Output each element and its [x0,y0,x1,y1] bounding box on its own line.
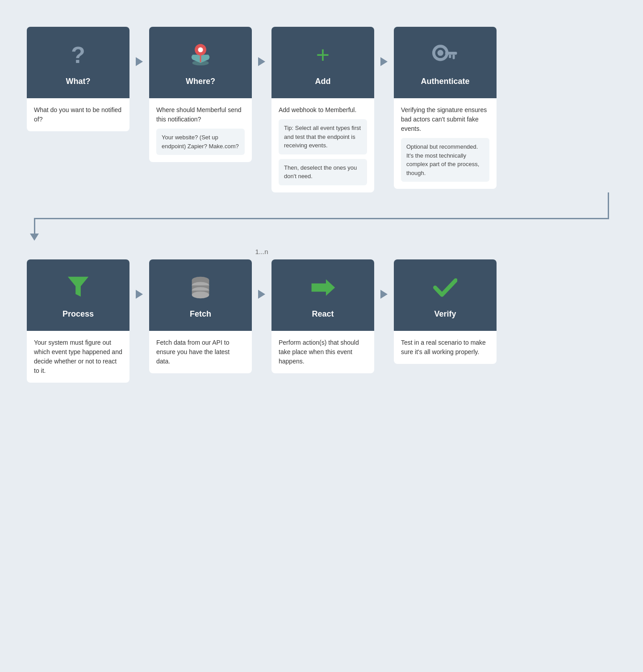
step-authenticate-subbox: Optional but recommended. It's the most … [401,138,489,182]
step-where-label: Where? [186,77,215,86]
step-authenticate-body: Verifying the signature ensures bad acto… [394,98,497,189]
location-icon [188,39,213,71]
funnel-icon [67,272,90,303]
step-fetch-text: Fetch data from our API to ensure you ha… [156,338,245,366]
step-process-text: Your system must figure out which event … [34,338,122,376]
arrow-7-8 [374,259,394,299]
step-process-body: Your system must figure out which event … [27,331,129,383]
step-process-label: Process [63,309,94,319]
step-react-label: React [312,309,334,319]
step-verify-body: Test in a real scenario to make sure it'… [394,331,497,364]
step-where: Where? Where should Memberful send this … [149,27,252,162]
step-add-body: Add webhook to Memberful. Tip: Select al… [271,98,374,192]
row-connector [27,192,616,237]
step-verify-header: Verify [394,259,497,331]
step-add: + Add Add webhook to Memberful. Tip: Sel… [271,27,374,192]
arrow-right-icon5 [258,290,265,299]
step-add-text3: Then, deselect the ones you don't need. [284,163,362,181]
database-icon [189,272,212,303]
arrow-right-icon6 [380,290,388,299]
arrow-right-icon2 [258,57,265,66]
arrow-5-6 [129,259,149,299]
arrow-6-7: 1...n [252,259,271,299]
step-verify-text: Test in a real scenario to make sure it'… [401,338,489,357]
svg-rect-7 [449,55,451,58]
step-fetch-label: Fetch [190,309,211,319]
step-react-header: React [271,259,374,331]
step-react: React Perform action(s) that should take… [271,259,374,373]
step-what: ? What? What do you want to be notified … [27,27,129,131]
step-process: Process Your system must figure out whic… [27,259,129,383]
key-icon [432,39,458,71]
svg-point-2 [198,47,203,52]
check-icon [433,272,457,303]
step-what-header: ? What? [27,27,129,98]
step-add-header: + Add [271,27,374,98]
connector-line-right [608,192,609,219]
arrow-2-3 [252,27,271,66]
arrow-3-4 [374,27,394,66]
step-add-text1: Add webhook to Memberful. [279,105,367,115]
step-authenticate-text2: Optional but recommended. It's the most … [406,142,484,177]
arrow-right-icon [136,57,143,66]
row2: Process Your system must figure out whic… [27,259,616,383]
step-authenticate-header: Authenticate [394,27,497,98]
step-where-subbox: Your website? (Set up endpoint) Zapier? … [156,129,245,155]
step-fetch-header: Fetch [149,259,252,331]
plus-icon: + [316,39,330,71]
connector-line-bottom [34,218,609,219]
step-authenticate-text1: Verifying the signature ensures bad acto… [401,105,489,134]
arrow-right-icon3 [380,57,388,66]
step-what-label: What? [66,77,91,86]
step-fetch: Fetch Fetch data from our API to ensure … [149,259,252,373]
step-authenticate-label: Authenticate [421,77,469,86]
step-react-text: Perform action(s) that should take place… [279,338,367,366]
step-add-subbox2: Then, deselect the ones you don't need. [279,159,367,185]
step-add-label: Add [315,77,331,86]
step-process-header: Process [27,259,129,331]
question-icon: ? [71,39,85,71]
row2-container: 1...n Process Your system must figure ou… [27,237,616,383]
svg-rect-5 [445,52,457,55]
step-what-text: What do you want to be notified of? [34,105,122,124]
diagram-container: ? What? What do you want to be notified … [18,18,625,392]
step-fetch-body: Fetch data from our API to ensure you ha… [149,331,252,373]
step-verify: Verify Test in a real scenario to make s… [394,259,497,364]
label-1n-inline: 1...n [255,248,268,255]
step-where-text2: Your website? (Set up endpoint) Zapier? … [162,133,239,150]
row1: ? What? What do you want to be notified … [27,27,616,192]
step-what-body: What do you want to be notified of? [27,98,129,131]
step-where-text1: Where should Memberful send this notific… [156,105,245,124]
step-verify-label: Verify [434,309,456,319]
svg-point-4 [438,50,443,56]
svg-point-14 [192,291,209,298]
step-where-header: Where? [149,27,252,98]
step-add-subbox1: Tip: Select all event types first and te… [279,119,367,154]
step-where-body: Where should Memberful send this notific… [149,98,252,162]
arrow-green-icon [309,272,336,303]
svg-rect-6 [453,55,455,59]
arrow-right-icon4 [136,290,143,299]
step-add-text2: Tip: Select all event types first and te… [284,124,362,150]
step-authenticate: Authenticate Verifying the signature ens… [394,27,497,189]
step-react-body: Perform action(s) that should take place… [271,331,374,373]
arrow-1-2 [129,27,149,66]
